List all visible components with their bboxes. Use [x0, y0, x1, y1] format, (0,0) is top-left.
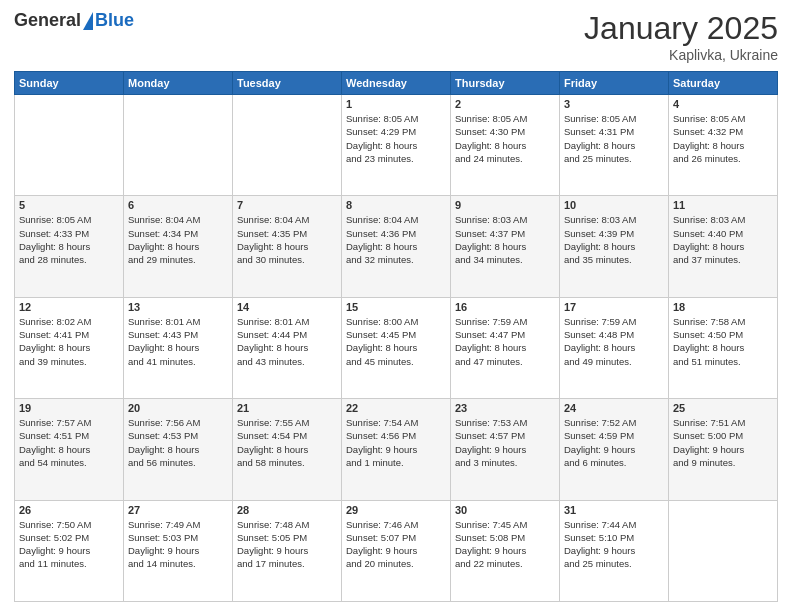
day-info-line: Daylight: 8 hours	[128, 444, 199, 455]
day-info: Sunrise: 8:05 AMSunset: 4:31 PMDaylight:…	[564, 112, 664, 165]
day-number: 15	[346, 301, 446, 313]
day-info-line: Daylight: 8 hours	[346, 241, 417, 252]
day-info-line: Sunset: 5:00 PM	[673, 430, 743, 441]
day-info-line: Daylight: 8 hours	[19, 342, 90, 353]
day-info-line: Sunset: 4:45 PM	[346, 329, 416, 340]
day-info-line: Sunset: 4:59 PM	[564, 430, 634, 441]
day-info: Sunrise: 8:04 AMSunset: 4:34 PMDaylight:…	[128, 213, 228, 266]
day-info-line: Sunrise: 8:05 AM	[19, 214, 91, 225]
day-info-line: Sunrise: 7:53 AM	[455, 417, 527, 428]
day-number: 13	[128, 301, 228, 313]
day-info: Sunrise: 7:48 AMSunset: 5:05 PMDaylight:…	[237, 518, 337, 571]
day-info: Sunrise: 8:03 AMSunset: 4:37 PMDaylight:…	[455, 213, 555, 266]
day-info: Sunrise: 8:01 AMSunset: 4:43 PMDaylight:…	[128, 315, 228, 368]
day-number: 23	[455, 402, 555, 414]
day-info-line: and 54 minutes.	[19, 457, 87, 468]
calendar-cell-w4-d0: 19Sunrise: 7:57 AMSunset: 4:51 PMDayligh…	[15, 399, 124, 500]
day-number: 11	[673, 199, 773, 211]
day-info-line: and 11 minutes.	[19, 558, 87, 569]
day-info-line: Sunrise: 7:55 AM	[237, 417, 309, 428]
calendar-cell-w1-d5: 3Sunrise: 8:05 AMSunset: 4:31 PMDaylight…	[560, 95, 669, 196]
calendar-cell-w1-d6: 4Sunrise: 8:05 AMSunset: 4:32 PMDaylight…	[669, 95, 778, 196]
calendar-cell-w5-d0: 26Sunrise: 7:50 AMSunset: 5:02 PMDayligh…	[15, 500, 124, 601]
calendar-cell-w5-d4: 30Sunrise: 7:45 AMSunset: 5:08 PMDayligh…	[451, 500, 560, 601]
day-info-line: Daylight: 9 hours	[237, 545, 308, 556]
calendar-cell-w4-d6: 25Sunrise: 7:51 AMSunset: 5:00 PMDayligh…	[669, 399, 778, 500]
day-info: Sunrise: 7:55 AMSunset: 4:54 PMDaylight:…	[237, 416, 337, 469]
day-info-line: Sunset: 5:10 PM	[564, 532, 634, 543]
day-number: 20	[128, 402, 228, 414]
day-info-line: Daylight: 8 hours	[19, 444, 90, 455]
calendar-cell-w2-d2: 7Sunrise: 8:04 AMSunset: 4:35 PMDaylight…	[233, 196, 342, 297]
day-info-line: Sunrise: 7:44 AM	[564, 519, 636, 530]
day-info: Sunrise: 7:53 AMSunset: 4:57 PMDaylight:…	[455, 416, 555, 469]
calendar-table: Sunday Monday Tuesday Wednesday Thursday…	[14, 71, 778, 602]
day-info-line: Sunrise: 7:59 AM	[564, 316, 636, 327]
day-info-line: Sunrise: 7:54 AM	[346, 417, 418, 428]
day-info-line: Sunrise: 8:05 AM	[346, 113, 418, 124]
day-info-line: Sunrise: 8:04 AM	[237, 214, 309, 225]
day-info-line: Sunrise: 7:56 AM	[128, 417, 200, 428]
day-number: 24	[564, 402, 664, 414]
calendar-week-3: 12Sunrise: 8:02 AMSunset: 4:41 PMDayligh…	[15, 297, 778, 398]
day-info-line: and 17 minutes.	[237, 558, 305, 569]
logo: General Blue	[14, 10, 134, 31]
col-saturday: Saturday	[669, 72, 778, 95]
col-sunday: Sunday	[15, 72, 124, 95]
day-info: Sunrise: 7:49 AMSunset: 5:03 PMDaylight:…	[128, 518, 228, 571]
calendar-cell-w3-d5: 17Sunrise: 7:59 AMSunset: 4:48 PMDayligh…	[560, 297, 669, 398]
day-info: Sunrise: 7:58 AMSunset: 4:50 PMDaylight:…	[673, 315, 773, 368]
day-info-line: and 20 minutes.	[346, 558, 414, 569]
day-number: 25	[673, 402, 773, 414]
logo-blue-text: Blue	[95, 10, 134, 31]
day-info-line: Sunrise: 8:04 AM	[128, 214, 200, 225]
calendar-cell-w4-d1: 20Sunrise: 7:56 AMSunset: 4:53 PMDayligh…	[124, 399, 233, 500]
day-info: Sunrise: 7:52 AMSunset: 4:59 PMDaylight:…	[564, 416, 664, 469]
day-info-line: Sunrise: 8:03 AM	[564, 214, 636, 225]
day-info-line: Sunrise: 7:45 AM	[455, 519, 527, 530]
day-info-line: and 14 minutes.	[128, 558, 196, 569]
day-info-line: Sunset: 4:54 PM	[237, 430, 307, 441]
day-info-line: Sunrise: 8:04 AM	[346, 214, 418, 225]
calendar-cell-w5-d1: 27Sunrise: 7:49 AMSunset: 5:03 PMDayligh…	[124, 500, 233, 601]
day-info-line: Sunset: 4:31 PM	[564, 126, 634, 137]
day-info-line: Sunset: 4:56 PM	[346, 430, 416, 441]
day-number: 2	[455, 98, 555, 110]
calendar-cell-w1-d2	[233, 95, 342, 196]
day-info-line: and 37 minutes.	[673, 254, 741, 265]
day-info-line: Sunrise: 8:01 AM	[128, 316, 200, 327]
day-info-line: and 25 minutes.	[564, 558, 632, 569]
day-info-line: Daylight: 8 hours	[237, 241, 308, 252]
day-info-line: and 41 minutes.	[128, 356, 196, 367]
day-info-line: Sunset: 4:35 PM	[237, 228, 307, 239]
day-number: 30	[455, 504, 555, 516]
header: General Blue January 2025 Kaplivka, Ukra…	[14, 10, 778, 63]
day-info-line: Sunset: 4:48 PM	[564, 329, 634, 340]
day-number: 22	[346, 402, 446, 414]
day-info-line: Sunset: 4:57 PM	[455, 430, 525, 441]
day-info-line: and 47 minutes.	[455, 356, 523, 367]
day-info-line: and 35 minutes.	[564, 254, 632, 265]
day-info-line: Sunset: 4:53 PM	[128, 430, 198, 441]
calendar-cell-w1-d3: 1Sunrise: 8:05 AMSunset: 4:29 PMDaylight…	[342, 95, 451, 196]
day-number: 4	[673, 98, 773, 110]
calendar-cell-w2-d0: 5Sunrise: 8:05 AMSunset: 4:33 PMDaylight…	[15, 196, 124, 297]
day-info-line: and 24 minutes.	[455, 153, 523, 164]
day-info-line: Sunrise: 7:59 AM	[455, 316, 527, 327]
day-info: Sunrise: 7:50 AMSunset: 5:02 PMDaylight:…	[19, 518, 119, 571]
day-info-line: Sunrise: 8:05 AM	[673, 113, 745, 124]
day-info-line: Sunrise: 7:49 AM	[128, 519, 200, 530]
day-info-line: Daylight: 8 hours	[564, 241, 635, 252]
day-info: Sunrise: 7:51 AMSunset: 5:00 PMDaylight:…	[673, 416, 773, 469]
calendar-cell-w1-d4: 2Sunrise: 8:05 AMSunset: 4:30 PMDaylight…	[451, 95, 560, 196]
day-number: 29	[346, 504, 446, 516]
day-info-line: Sunset: 5:08 PM	[455, 532, 525, 543]
day-info-line: and 34 minutes.	[455, 254, 523, 265]
day-number: 5	[19, 199, 119, 211]
day-info-line: and 43 minutes.	[237, 356, 305, 367]
day-info-line: Sunrise: 8:05 AM	[564, 113, 636, 124]
calendar-cell-w3-d6: 18Sunrise: 7:58 AMSunset: 4:50 PMDayligh…	[669, 297, 778, 398]
calendar-cell-w4-d5: 24Sunrise: 7:52 AMSunset: 4:59 PMDayligh…	[560, 399, 669, 500]
day-info: Sunrise: 8:05 AMSunset: 4:33 PMDaylight:…	[19, 213, 119, 266]
day-info-line: Daylight: 9 hours	[346, 444, 417, 455]
